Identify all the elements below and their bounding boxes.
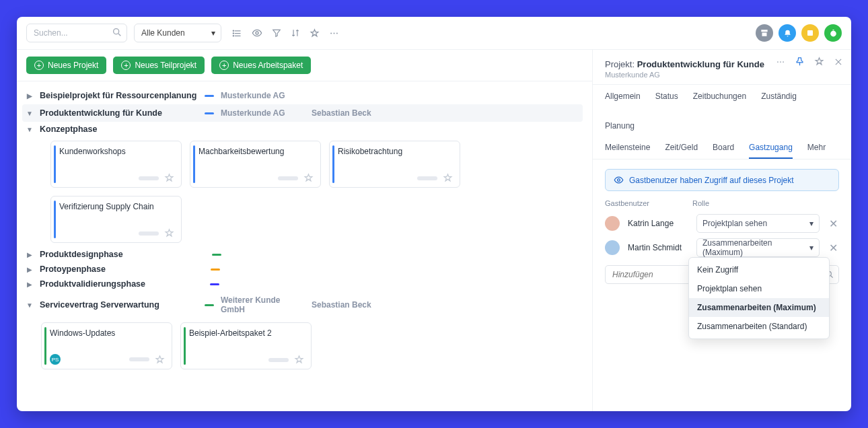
project-customer: Weiterer Kunde GmbH [221, 295, 305, 314]
new-subproject-button[interactable]: +Neues Teilprojekt [113, 57, 205, 74]
workpackage-card[interactable]: Kundenworkshops [50, 141, 182, 188]
col-guest: Gastbenutzer [605, 199, 679, 207]
filter-icon[interactable] [272, 28, 281, 38]
new-project-button[interactable]: +Neues Projekt [26, 57, 106, 74]
sort-icon[interactable] [291, 28, 300, 38]
caret-icon[interactable]: ▼ [26, 301, 33, 309]
tab-allgemein[interactable]: Allgemein [605, 92, 641, 106]
star-icon[interactable] [164, 173, 174, 183]
star-icon[interactable] [310, 28, 320, 38]
status-dash [205, 112, 214, 114]
eye-icon[interactable] [252, 28, 262, 38]
role-option[interactable]: Projektplan sehen [689, 279, 829, 298]
star-icon[interactable] [294, 355, 304, 365]
tab-planung[interactable]: Planung [605, 121, 635, 136]
phase-row[interactable]: ▶ Produktvalidierungsphase [26, 277, 583, 291]
role-dropdown[interactable]: Projektplan sehen ▾ [696, 214, 820, 233]
status-dash [205, 95, 214, 97]
archive-icon[interactable] [756, 24, 773, 42]
card-title: Verifizierung Supply Chain [59, 202, 174, 211]
phase-name: Protoypenphase [40, 264, 106, 274]
plus-icon: + [219, 61, 229, 70]
svg-point-6 [233, 32, 233, 33]
star-icon[interactable] [303, 173, 314, 183]
star-icon[interactable] [814, 57, 824, 67]
role-options-popup: Kein ZugriffProjektplan sehenZusammenarb… [688, 257, 830, 339]
caret-icon[interactable]: ▼ [26, 126, 33, 133]
caret-icon[interactable]: ▶ [26, 281, 33, 288]
project-customer: Musterkunde AG [221, 91, 305, 100]
list-icon[interactable] [232, 28, 242, 38]
role-dropdown[interactable]: Zusammenarbeiten (Maximum) ▾ [696, 238, 820, 257]
svg-point-11 [336, 32, 338, 34]
tab-gastzugang[interactable]: Gastzugang [749, 143, 793, 159]
project-owner: Sebastian Beck [312, 300, 371, 310]
card-title: Machbarkeitsbewertung [198, 147, 314, 156]
tab-zustndig[interactable]: Zuständig [761, 92, 797, 106]
card-footer [198, 173, 314, 183]
pin-icon[interactable] [795, 57, 805, 67]
new-workpackage-button[interactable]: +Neues Arbeitspaket [211, 57, 311, 74]
svg-rect-14 [832, 30, 834, 30]
project-name: Produktentwicklung für Kunde [40, 108, 198, 118]
tab-zeitgeld[interactable]: Zeit/Geld [665, 143, 698, 159]
svg-line-23 [831, 276, 833, 278]
star-icon[interactable] [443, 173, 453, 183]
star-icon[interactable] [155, 355, 165, 365]
customer-filter-label: Alle Kunden [141, 28, 185, 38]
toolbar: Alle Kunden ▾ [17, 17, 851, 50]
role-value: Zusammenarbeiten (Maximum) [702, 238, 809, 257]
close-icon[interactable] [834, 57, 843, 67]
search-icon[interactable] [112, 27, 122, 38]
card-footer [59, 228, 174, 238]
workpackage-card[interactable]: Windows-Updates PS [41, 322, 172, 369]
progress-bar [417, 176, 437, 180]
tab-meilensteine[interactable]: Meilensteine [605, 143, 650, 159]
remove-guest-button[interactable]: ✕ [828, 217, 839, 230]
role-option[interactable]: Kein Zugriff [689, 260, 829, 279]
project-name: Servicevertrag Serverwartung [40, 300, 198, 310]
tabs-row-2: MeilensteineZeit/GeldBoardGastzugangMehr [593, 136, 851, 159]
more-icon[interactable] [776, 57, 785, 67]
app-window: Alle Kunden ▾ +Neues Projekt +Neues Teil… [17, 17, 851, 411]
star-icon[interactable] [164, 228, 174, 238]
workpackage-card[interactable]: Machbarkeitsbewertung [190, 141, 321, 188]
svg-point-15 [777, 61, 779, 63]
tab-mehr[interactable]: Mehr [807, 143, 826, 159]
caret-icon[interactable]: ▼ [26, 110, 33, 117]
panel-title-label: Projekt: [605, 59, 635, 69]
tab-status[interactable]: Status [655, 92, 678, 106]
tab-board[interactable]: Board [713, 143, 734, 159]
more-icon[interactable] [329, 28, 339, 38]
caret-icon[interactable]: ▶ [26, 266, 33, 273]
phase-row[interactable]: ▼ Konzeptphase [26, 122, 583, 137]
phase-row[interactable]: ▶ Produktdesignphase [26, 247, 583, 262]
caret-icon[interactable]: ▶ [26, 251, 33, 258]
status-dash [212, 254, 221, 256]
role-option[interactable]: Zusammenarbeiten (Standard) [689, 317, 829, 336]
role-option[interactable]: Zusammenarbeiten (Maximum) [689, 298, 829, 317]
avatar [605, 216, 620, 231]
timer-icon[interactable] [824, 24, 842, 42]
project-row[interactable]: ▶ Beispielprojekt für Ressourcenplanung … [26, 87, 583, 104]
remove-guest-button[interactable]: ✕ [828, 242, 839, 254]
notification-icon[interactable] [779, 24, 796, 42]
tab-zeitbuchungen[interactable]: Zeitbuchungen [693, 92, 746, 106]
project-list-panel: +Neues Projekt +Neues Teilprojekt +Neues… [17, 50, 592, 411]
new-subproject-label: Neues Teilprojekt [135, 61, 196, 70]
svg-point-21 [618, 179, 620, 182]
caret-icon[interactable]: ▶ [26, 92, 33, 100]
note-icon[interactable] [801, 24, 819, 42]
phase-row[interactable]: ▶ Protoypenphase [26, 262, 583, 277]
project-row[interactable]: ▼ Produktentwicklung für Kunde Musterkun… [22, 104, 583, 122]
workpackage-card[interactable]: Risikobetrachtung [329, 141, 460, 188]
progress-bar [139, 176, 159, 180]
customer-filter[interactable]: Alle Kunden ▾ [134, 24, 221, 42]
workpackage-card[interactable]: Verifizierung Supply Chain [50, 196, 182, 243]
guest-row: Martin Schmidt Zusammenarbeiten (Maximum… [593, 236, 851, 260]
workpackage-card[interactable]: Beispiel-Arbeitspaket 2 [180, 322, 312, 369]
svg-point-17 [783, 61, 784, 63]
panel-subtitle: Musterkunde AG [605, 71, 839, 79]
project-row[interactable]: ▼ Servicevertrag Serverwartung Weiterer … [26, 291, 583, 318]
project-customer: Musterkunde AG [221, 108, 305, 118]
